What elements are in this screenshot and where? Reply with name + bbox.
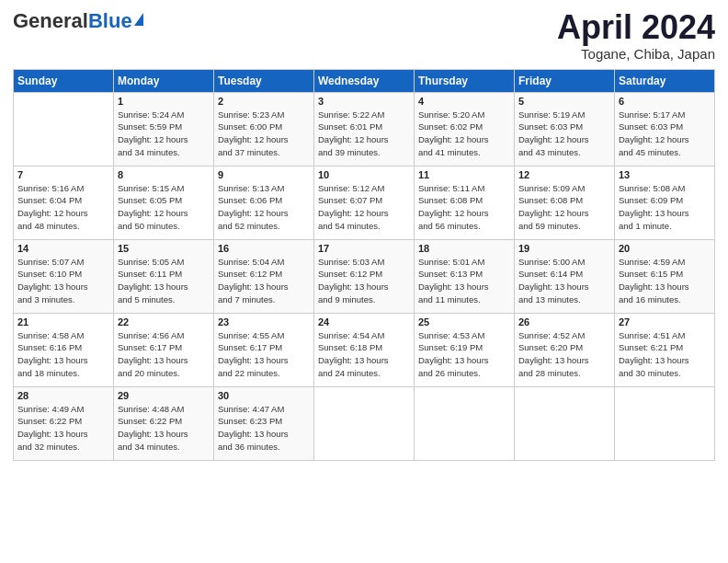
calendar-cell: 16Sunrise: 5:04 AMSunset: 6:12 PMDayligh…	[214, 239, 314, 313]
day-info: Sunrise: 5:09 AMSunset: 6:08 PMDaylight:…	[518, 182, 610, 233]
day-info: Sunrise: 4:58 AMSunset: 6:16 PMDaylight:…	[17, 329, 109, 380]
day-number: 1	[118, 96, 210, 107]
calendar-week-row: 1Sunrise: 5:24 AMSunset: 5:59 PMDaylight…	[14, 92, 715, 166]
day-info: Sunrise: 5:22 AMSunset: 6:01 PMDaylight:…	[318, 109, 410, 159]
day-info: Sunrise: 5:13 AMSunset: 6:06 PMDaylight:…	[218, 182, 310, 233]
calendar-cell: 11Sunrise: 5:11 AMSunset: 6:08 PMDayligh…	[415, 166, 515, 239]
day-number: 8	[118, 169, 210, 180]
calendar-cell: 1Sunrise: 5:24 AMSunset: 5:59 PMDaylight…	[114, 92, 214, 166]
calendar-cell: 17Sunrise: 5:03 AMSunset: 6:12 PMDayligh…	[314, 239, 415, 313]
logo-icon	[134, 13, 143, 26]
day-info: Sunrise: 5:08 AMSunset: 6:09 PMDaylight:…	[619, 182, 711, 233]
day-info: Sunrise: 5:24 AMSunset: 5:59 PMDaylight:…	[118, 109, 210, 159]
header-row: SundayMondayTuesdayWednesdayThursdayFrid…	[14, 69, 715, 92]
day-number: 3	[318, 96, 410, 107]
day-number: 7	[17, 169, 109, 180]
day-info: Sunrise: 5:07 AMSunset: 6:10 PMDaylight:…	[17, 256, 109, 306]
day-number: 14	[17, 243, 109, 254]
calendar-week-row: 7Sunrise: 5:16 AMSunset: 6:04 PMDaylight…	[14, 166, 715, 239]
day-info: Sunrise: 5:05 AMSunset: 6:11 PMDaylight:…	[118, 256, 210, 306]
calendar-week-row: 21Sunrise: 4:58 AMSunset: 6:16 PMDayligh…	[14, 313, 715, 386]
calendar-week-row: 28Sunrise: 4:49 AMSunset: 6:22 PMDayligh…	[14, 386, 715, 460]
day-number: 13	[619, 169, 711, 180]
calendar-cell: 23Sunrise: 4:55 AMSunset: 6:17 PMDayligh…	[214, 313, 314, 386]
title-area: April 2024 Togane, Chiba, Japan	[557, 9, 715, 62]
calendar-cell: 28Sunrise: 4:49 AMSunset: 6:22 PMDayligh…	[14, 386, 114, 460]
weekday-header: Monday	[114, 69, 214, 92]
calendar-cell: 29Sunrise: 4:48 AMSunset: 6:22 PMDayligh…	[114, 386, 214, 460]
day-info: Sunrise: 5:03 AMSunset: 6:12 PMDaylight:…	[318, 256, 410, 306]
day-number: 24	[318, 316, 410, 327]
calendar-table: SundayMondayTuesdayWednesdayThursdayFrid…	[13, 69, 715, 461]
day-info: Sunrise: 5:11 AMSunset: 6:08 PMDaylight:…	[418, 182, 510, 233]
calendar-cell: 26Sunrise: 4:52 AMSunset: 6:20 PMDayligh…	[515, 313, 615, 386]
header: General Blue April 2024 Togane, Chiba, J…	[13, 9, 715, 62]
day-info: Sunrise: 5:19 AMSunset: 6:03 PMDaylight:…	[518, 109, 610, 159]
calendar-cell: 9Sunrise: 5:13 AMSunset: 6:06 PMDaylight…	[214, 166, 314, 239]
day-number: 12	[518, 169, 610, 180]
day-info: Sunrise: 4:48 AMSunset: 6:22 PMDaylight:…	[118, 403, 210, 454]
day-number: 20	[619, 243, 711, 254]
main-container: General Blue April 2024 Togane, Chiba, J…	[0, 0, 728, 470]
day-info: Sunrise: 5:00 AMSunset: 6:14 PMDaylight:…	[518, 256, 610, 306]
calendar-cell: 14Sunrise: 5:07 AMSunset: 6:10 PMDayligh…	[14, 239, 114, 313]
day-number: 2	[218, 96, 310, 107]
logo-blue: Blue	[88, 9, 132, 33]
day-number: 27	[619, 316, 711, 327]
calendar-cell: 7Sunrise: 5:16 AMSunset: 6:04 PMDaylight…	[14, 166, 114, 239]
logo-text: General Blue	[13, 9, 143, 33]
day-number: 28	[17, 390, 109, 401]
calendar-week-row: 14Sunrise: 5:07 AMSunset: 6:10 PMDayligh…	[14, 239, 715, 313]
calendar-cell: 13Sunrise: 5:08 AMSunset: 6:09 PMDayligh…	[615, 166, 715, 239]
day-info: Sunrise: 5:15 AMSunset: 6:05 PMDaylight:…	[118, 182, 210, 233]
day-number: 10	[318, 169, 410, 180]
day-number: 21	[17, 316, 109, 327]
calendar-cell: 15Sunrise: 5:05 AMSunset: 6:11 PMDayligh…	[114, 239, 214, 313]
logo: General Blue	[13, 9, 143, 33]
day-number: 25	[418, 316, 510, 327]
day-info: Sunrise: 5:16 AMSunset: 6:04 PMDaylight:…	[17, 182, 109, 233]
day-info: Sunrise: 4:52 AMSunset: 6:20 PMDaylight:…	[518, 329, 610, 380]
weekday-header: Friday	[515, 69, 615, 92]
day-number: 26	[518, 316, 610, 327]
weekday-header: Saturday	[615, 69, 715, 92]
calendar-cell: 18Sunrise: 5:01 AMSunset: 6:13 PMDayligh…	[415, 239, 515, 313]
weekday-header: Thursday	[415, 69, 515, 92]
day-info: Sunrise: 4:56 AMSunset: 6:17 PMDaylight:…	[118, 329, 210, 380]
day-info: Sunrise: 5:01 AMSunset: 6:13 PMDaylight:…	[418, 256, 510, 306]
day-number: 6	[619, 96, 711, 107]
calendar-cell: 24Sunrise: 4:54 AMSunset: 6:18 PMDayligh…	[314, 313, 415, 386]
day-number: 9	[218, 169, 310, 180]
day-number: 23	[218, 316, 310, 327]
day-info: Sunrise: 4:49 AMSunset: 6:22 PMDaylight:…	[17, 403, 109, 454]
day-info: Sunrise: 4:51 AMSunset: 6:21 PMDaylight:…	[619, 329, 711, 380]
day-info: Sunrise: 5:04 AMSunset: 6:12 PMDaylight:…	[218, 256, 310, 306]
day-number: 5	[518, 96, 610, 107]
day-info: Sunrise: 4:54 AMSunset: 6:18 PMDaylight:…	[318, 329, 410, 380]
calendar-cell: 12Sunrise: 5:09 AMSunset: 6:08 PMDayligh…	[515, 166, 615, 239]
calendar-cell: 22Sunrise: 4:56 AMSunset: 6:17 PMDayligh…	[114, 313, 214, 386]
logo-general: General	[13, 9, 88, 33]
location: Togane, Chiba, Japan	[557, 46, 715, 62]
month-title: April 2024	[557, 9, 715, 46]
calendar-cell: 2Sunrise: 5:23 AMSunset: 6:00 PMDaylight…	[214, 92, 314, 166]
day-number: 17	[318, 243, 410, 254]
day-info: Sunrise: 5:23 AMSunset: 6:00 PMDaylight:…	[218, 109, 310, 159]
day-number: 29	[118, 390, 210, 401]
day-info: Sunrise: 4:47 AMSunset: 6:23 PMDaylight:…	[218, 403, 310, 454]
calendar-cell: 19Sunrise: 5:00 AMSunset: 6:14 PMDayligh…	[515, 239, 615, 313]
calendar-cell: 10Sunrise: 5:12 AMSunset: 6:07 PMDayligh…	[314, 166, 415, 239]
day-info: Sunrise: 5:17 AMSunset: 6:03 PMDaylight:…	[619, 109, 711, 159]
calendar-cell: 8Sunrise: 5:15 AMSunset: 6:05 PMDaylight…	[114, 166, 214, 239]
calendar-cell: 5Sunrise: 5:19 AMSunset: 6:03 PMDaylight…	[515, 92, 615, 166]
calendar-cell: 4Sunrise: 5:20 AMSunset: 6:02 PMDaylight…	[415, 92, 515, 166]
day-number: 15	[118, 243, 210, 254]
calendar-cell: 20Sunrise: 4:59 AMSunset: 6:15 PMDayligh…	[615, 239, 715, 313]
weekday-header: Tuesday	[214, 69, 314, 92]
calendar-cell: 3Sunrise: 5:22 AMSunset: 6:01 PMDaylight…	[314, 92, 415, 166]
calendar-cell: 21Sunrise: 4:58 AMSunset: 6:16 PMDayligh…	[14, 313, 114, 386]
day-info: Sunrise: 4:59 AMSunset: 6:15 PMDaylight:…	[619, 256, 711, 306]
day-number: 16	[218, 243, 310, 254]
calendar-cell	[515, 386, 615, 460]
day-number: 19	[518, 243, 610, 254]
